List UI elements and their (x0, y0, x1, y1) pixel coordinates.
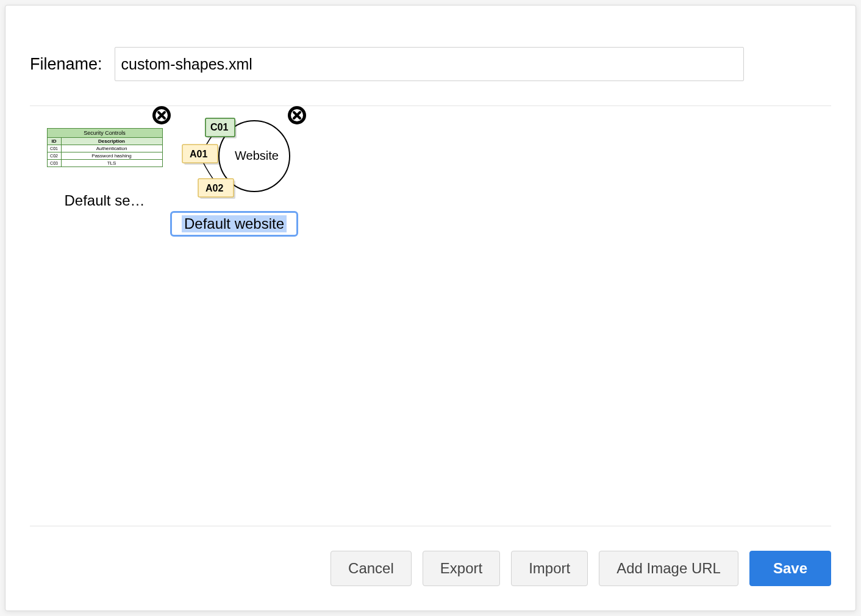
close-icon (287, 105, 307, 126)
library-area: Security Controls ID Description C01 Aut… (30, 110, 831, 500)
table-col-id: ID (47, 138, 61, 145)
table-cell: Password hashing (61, 152, 162, 160)
table-row: C02 Password hashing (47, 152, 162, 160)
close-icon (151, 105, 172, 126)
import-button[interactable]: Import (511, 551, 588, 586)
button-row: Cancel Export Import Add Image URL Save (30, 551, 831, 586)
library-item-caption[interactable]: Default website (170, 211, 298, 237)
edit-library-dialog: Filename: Security Controls ID D (5, 5, 856, 611)
cancel-button[interactable]: Cancel (330, 551, 412, 586)
divider-top (30, 106, 831, 106)
dialog-footer: Cancel Export Import Add Image URL Save (30, 526, 831, 586)
table-cell: C03 (47, 160, 61, 167)
table-row: C01 Authentication (47, 145, 162, 152)
delete-item-button[interactable] (287, 105, 307, 126)
node-label: A01 (190, 149, 207, 159)
table-row: C03 TLS (47, 160, 162, 167)
library-item-thumbnail: Website C01 A01 A02 (175, 113, 291, 205)
filename-input[interactable] (115, 47, 744, 81)
filename-row: Filename: (30, 47, 831, 81)
library-item-caption[interactable]: Default se… (50, 192, 160, 209)
table-cell: TLS (61, 160, 162, 167)
node-label: A02 (205, 183, 223, 193)
add-image-url-button[interactable]: Add Image URL (599, 551, 738, 586)
table-cell: C01 (47, 145, 61, 152)
table-cell: Authentication (61, 145, 162, 152)
delete-item-button[interactable] (151, 105, 172, 126)
library-item[interactable]: Website C01 A01 A02 (170, 110, 295, 239)
library-item[interactable]: Security Controls ID Description C01 Aut… (42, 110, 167, 209)
caption-text: Default website (182, 215, 287, 232)
divider-bottom (30, 526, 831, 526)
node-label: C01 (210, 122, 228, 132)
save-button[interactable]: Save (749, 551, 831, 586)
table-title: Security Controls (47, 129, 162, 138)
filename-label: Filename: (30, 55, 102, 74)
table-col-desc: Description (61, 138, 162, 145)
export-button[interactable]: Export (423, 551, 500, 586)
security-controls-table: Security Controls ID Description C01 Aut… (47, 128, 163, 167)
circle-label: Website (235, 149, 279, 162)
library-item-thumbnail: Security Controls ID Description C01 Aut… (47, 128, 163, 186)
table-cell: C02 (47, 152, 61, 160)
